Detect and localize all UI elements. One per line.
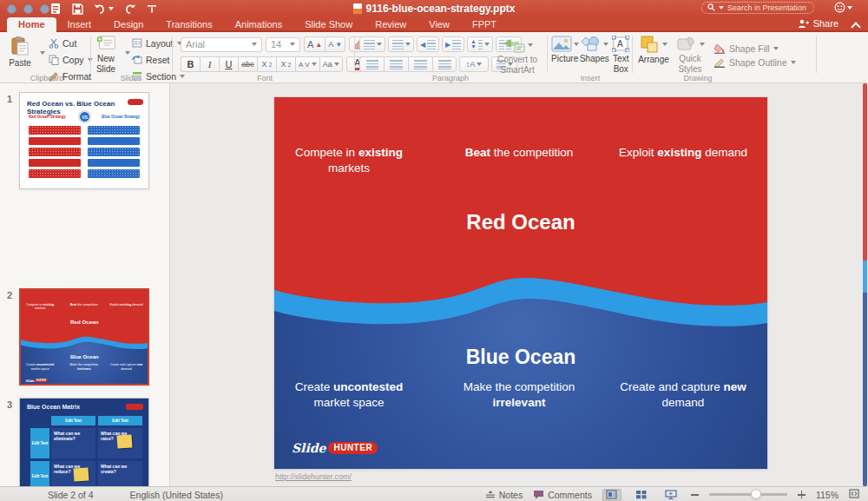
tab-design[interactable]: Design [102,17,155,32]
tab-home[interactable]: Home [7,17,56,32]
shapes-button[interactable]: Shapes [579,32,609,74]
numbering-caret-icon [405,43,411,46]
phrase-create-uncontested-market-space[interactable]: Create uncontested market space [284,379,414,411]
thumbnail-3-number: 3 [7,399,19,410]
shapes-label: Shapes [580,54,609,63]
superscript-button[interactable]: X2 [257,56,276,72]
zoom-slider[interactable] [709,493,787,496]
tab-animations[interactable]: Animations [224,17,293,32]
tab-insert[interactable]: Insert [56,17,103,32]
bold-button[interactable]: B [181,56,200,72]
change-case-button[interactable]: Aa [319,56,343,72]
shape-fill-label: Shape Fill [729,43,770,54]
thumbnail-slide-1[interactable]: Red Ocean vs. Blue Ocean Strategies Red … [19,92,149,189]
thumb3-slidehunter-logo [126,404,143,410]
red-ocean-title[interactable]: Red Ocean [274,210,767,234]
shape-outline-button[interactable]: Shape Outline [713,57,796,68]
p: uncontested [36,363,55,366]
share-button[interactable]: Share [798,18,838,29]
zoom-out-button[interactable] [691,491,699,498]
copy-label: Copy [62,55,84,65]
shape-fill-button[interactable]: Shape Fill [713,43,796,54]
phrase-make-competition-irrelevant[interactable]: Make the competition irrelevant [454,379,584,411]
tab-view[interactable]: View [418,17,461,32]
zoom-in-button[interactable] [798,491,806,498]
notes-button[interactable]: Notes [485,490,523,500]
phrase-create-capture-new-demand[interactable]: Create and capture new demand [618,379,748,411]
fit-slide-button[interactable] [849,489,859,500]
vertical-scrollbar[interactable] [863,83,867,486]
thumb3-row-header-1: Edit Text [30,428,49,458]
spacing-caret-icon [312,63,317,66]
shrink-font-button[interactable]: A▼ [325,36,345,52]
grow-font-button[interactable]: A▲ [304,36,325,52]
phrase-beat-the-competition[interactable]: Beat the competition [454,145,584,161]
shape-fill-caret-icon [773,47,779,50]
tab-slide-show[interactable]: Slide Show [293,17,364,32]
red-bar [29,169,81,178]
character-spacing-button[interactable]: AV [295,56,319,72]
align-left-button[interactable] [359,56,384,72]
phrase-compete-existing-markets[interactable]: Compete in existing markets [284,145,414,176]
arrange-button[interactable]: Arrange [635,32,672,74]
font-family-select[interactable]: Arial [181,37,262,52]
subscript-button[interactable]: X2 [276,56,295,72]
justify-button[interactable] [432,56,457,72]
paste-label: Paste [9,58,31,68]
p: Create and capture [110,363,137,366]
align-center-button[interactable] [384,56,408,72]
slideshow-view-button[interactable] [661,489,681,501]
collapse-ribbon-button[interactable] [852,22,859,26]
grow-font-label: A [307,39,313,49]
italic-button[interactable]: I [200,56,219,72]
new-slide-button[interactable]: New Slide [90,32,122,74]
blue-ocean-title[interactable]: Blue Ocean [274,346,767,369]
tab-fppt[interactable]: FPPT [461,17,508,32]
case-label: Aa [323,60,332,69]
convert-to-smartart-button[interactable]: Convert toSmartArt [486,34,549,76]
search-input[interactable]: Search in Presentation [701,2,814,14]
thumb1-left-header: Red Ocean Strategy [29,115,66,119]
picture-button[interactable]: Picture [550,32,579,74]
new-slide-caret-icon [125,51,130,55]
feedback-smiley-button[interactable] [834,2,852,13]
thumbnail-slide-3[interactable]: Blue Ocean Matrix Edit Text Edit Text Ed… [19,398,149,495]
title-bar: 9116-blue-ocean-strategy.pptx Search in … [0,0,868,17]
comments-button[interactable]: Comments [533,490,592,500]
text-box-button[interactable]: A TextBox [610,32,632,74]
tab-transitions[interactable]: Transitions [155,17,223,32]
slidehunter-link[interactable]: http://slidehunter.com/ [275,472,352,481]
normal-view-button[interactable] [602,489,621,501]
decrease-indent-button[interactable]: ◀ [417,36,439,52]
quick-styles-button[interactable]: QuickStyles [672,32,708,74]
tab-review[interactable]: Review [364,17,418,32]
zoom-level-value[interactable]: 115% [816,490,838,500]
case-caret-icon [334,63,339,66]
font-size-select[interactable]: 14 [266,37,300,52]
numbering-button[interactable] [388,36,414,52]
increase-indent-icon: ▶ [445,41,450,49]
phrase-exploit-existing-demand[interactable]: Exploit existing demand [618,145,748,161]
paste-button[interactable]: Paste [3,32,36,74]
copy-button[interactable]: Copy [49,53,93,66]
increase-indent-button[interactable]: ▶ [442,36,464,52]
underline-button[interactable]: U [219,56,238,72]
ribbon-group-slides: New Slide Layout Reset Section Slides [90,32,172,83]
decrease-indent-icon: ◀ [420,41,425,49]
align-right-button[interactable] [408,56,432,72]
logo-slide-word: Slide [25,379,34,382]
cut-button[interactable]: Cut [49,36,93,49]
language-indicator[interactable]: English (United States) [130,490,223,500]
phrase-text: Create [295,380,333,393]
text-direction-button[interactable]: ↕A [459,56,489,72]
strikethrough-button[interactable]: abc [238,56,257,72]
cut-icon [49,38,59,49]
share-label: Share [813,18,838,29]
zoom-slider-thumb[interactable] [751,489,761,499]
thumbnail-slide-2-selected[interactable]: Compete in existing markets Beat the com… [19,288,149,386]
main-slide[interactable]: Compete in existing markets Beat the com… [274,97,767,469]
text-direction-caret-icon [477,63,482,66]
slide-sorter-view-button[interactable] [632,489,651,501]
bullets-button[interactable] [359,36,385,52]
spacing-v: V [305,61,309,69]
